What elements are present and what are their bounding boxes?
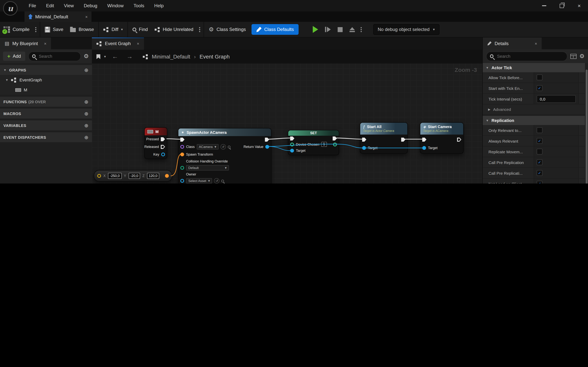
graph-canvas[interactable]: ▾ ← → Minimal_Default › Event Graph Zoom… (92, 50, 482, 184)
exec-out-pin[interactable] (265, 137, 269, 142)
tree-item-m-event[interactable]: M (0, 85, 92, 95)
exec-in-pin[interactable] (422, 137, 426, 142)
back-arrow-icon[interactable]: ← (110, 53, 121, 60)
stop-button[interactable] (334, 22, 346, 37)
key-pin[interactable] (161, 152, 165, 156)
details-tab[interactable]: Details × (483, 37, 542, 49)
target-pin[interactable] (290, 149, 294, 152)
hide-unrelated-options-icon[interactable] (197, 27, 202, 32)
minimize-button[interactable] (535, 0, 553, 11)
exec-pin[interactable] (161, 145, 165, 149)
node-spawnactor-acamera[interactable]: ✶ SpawnActor ACamera Class ACamera ▾ (178, 128, 271, 184)
advanced-expander[interactable]: ▶Advanced (483, 104, 585, 114)
menu-window[interactable]: Window (102, 0, 129, 11)
add-function-icon[interactable]: ⊕ (84, 99, 88, 105)
panel-close-icon[interactable]: × (535, 41, 537, 46)
return-value-pin[interactable] (265, 145, 269, 149)
target-pin[interactable] (422, 146, 426, 150)
find-button[interactable]: Find (129, 22, 151, 37)
details-section-header[interactable]: ▼Actor Tick (483, 63, 585, 72)
event-graph-tab[interactable]: Event Graph × (92, 37, 144, 50)
use-selected-icon[interactable]: ↺ (214, 178, 220, 184)
tab-close-icon[interactable]: × (137, 41, 139, 46)
property-checkbox[interactable]: ✓ (537, 170, 543, 176)
frame-skip-button[interactable] (321, 22, 334, 37)
variables-section[interactable]: VARIABLES ⊕ (0, 120, 92, 130)
vector-z-input[interactable]: 120,0 (147, 173, 159, 179)
add-graph-icon[interactable]: ⊕ (84, 67, 88, 73)
node-start-all[interactable]: ƒStart All Target is Actor Camera Target (360, 122, 408, 154)
vector-pin[interactable] (97, 174, 101, 178)
exec-out-pin[interactable] (333, 136, 337, 141)
property-checkbox[interactable]: ✓ (537, 138, 543, 144)
hide-unrelated-button[interactable]: Hide Unrelated (151, 22, 197, 37)
details-settings-icon[interactable]: ⚙ (579, 53, 585, 60)
functions-section[interactable]: FUNCTIONS (20 OVER ⊕ (0, 97, 92, 107)
forward-arrow-icon[interactable]: → (124, 53, 135, 60)
property-checkbox[interactable] (537, 149, 543, 154)
add-button[interactable]: + Add (3, 52, 25, 61)
panel-close-icon[interactable]: × (44, 41, 46, 46)
diff-button[interactable]: Diff ▾ (100, 22, 126, 37)
browse-asset-icon[interactable] (221, 179, 224, 182)
display-filter-icon[interactable] (570, 54, 576, 59)
chevron-down-icon[interactable]: ▾ (104, 55, 106, 58)
tab-minimal-default[interactable]: Minimal_Default × (25, 11, 92, 22)
collision-dropdown[interactable]: Default ▾ (186, 165, 229, 170)
vector-y-input[interactable]: -20,0 (129, 173, 140, 179)
breadcrumb-root[interactable]: Minimal_Default (152, 53, 190, 60)
exec-pin[interactable] (161, 137, 165, 141)
macros-section[interactable]: MACROS ⊕ (0, 108, 92, 118)
use-selected-icon[interactable]: ↺ (221, 144, 226, 150)
spawn-transform-pin[interactable] (180, 152, 184, 156)
node-make-vector[interactable]: X -250,0 Y -20,0 Z 120,0 (94, 170, 172, 182)
class-defaults-button[interactable]: Class Defaults (252, 24, 299, 35)
device-chosen-in-pin[interactable] (290, 142, 294, 146)
details-search[interactable] (486, 51, 567, 61)
details-section-header[interactable]: ▼Replication (483, 116, 585, 125)
node-start-camera[interactable]: ◈Start Camera Target is ACamera Target (420, 122, 464, 154)
compile-button[interactable]: Compile (0, 22, 33, 37)
add-dispatcher-icon[interactable]: ⊕ (84, 134, 88, 140)
browse-asset-icon[interactable] (228, 145, 230, 148)
class-dropdown[interactable]: ACamera ▾ (197, 144, 219, 150)
collision-pin[interactable] (180, 166, 184, 170)
class-pin[interactable] (180, 145, 184, 149)
compile-options-icon[interactable] (33, 27, 39, 32)
play-button[interactable] (309, 22, 321, 37)
property-checkbox[interactable]: ✓ (537, 181, 543, 184)
blueprint-search[interactable] (28, 51, 81, 61)
property-input[interactable]: 0,0 (537, 95, 576, 103)
bookmark-icon[interactable] (96, 54, 100, 59)
device-chosen-value[interactable]: 1 (321, 142, 327, 147)
graphs-section[interactable]: ▼ GRAPHS ⊕ (0, 65, 92, 75)
exec-in-pin[interactable] (180, 137, 184, 142)
restore-button[interactable] (553, 0, 571, 11)
menu-help[interactable]: Help (149, 0, 169, 11)
my-blueprint-tab[interactable]: ▤ My Blueprint × (0, 37, 51, 49)
class-settings-button[interactable]: ⚙ Class Settings (205, 22, 249, 37)
exec-in-pin[interactable] (290, 136, 294, 141)
exec-out-pin[interactable] (457, 137, 461, 142)
menu-edit[interactable]: Edit (41, 0, 59, 11)
menu-view[interactable]: View (59, 0, 79, 11)
exec-out-pin[interactable] (401, 137, 405, 142)
tab-close-icon[interactable]: × (85, 14, 88, 19)
tree-item-eventgraph[interactable]: ▼ EventGraph (0, 75, 92, 85)
property-checkbox[interactable] (537, 75, 543, 80)
menu-tools[interactable]: Tools (129, 0, 149, 11)
add-variable-icon[interactable]: ⊕ (84, 123, 88, 128)
owner-pin[interactable] (180, 179, 184, 183)
vector-out-pin[interactable] (165, 174, 169, 178)
blueprint-search-input[interactable] (38, 53, 77, 59)
exec-in-pin[interactable] (362, 137, 366, 142)
browse-button[interactable]: Browse (67, 22, 97, 37)
details-scrollbar[interactable] (586, 70, 588, 184)
property-checkbox[interactable] (537, 127, 543, 133)
breadcrumb-current[interactable]: Event Graph (200, 53, 230, 60)
add-macro-icon[interactable]: ⊕ (84, 111, 88, 117)
node-m-key-event[interactable]: M Pressed Released Key (144, 127, 167, 159)
save-button[interactable]: Save (41, 22, 67, 37)
property-checkbox[interactable]: ✓ (537, 85, 543, 91)
event-dispatchers-section[interactable]: EVENT DISPATCHERS ⊕ (0, 132, 92, 142)
